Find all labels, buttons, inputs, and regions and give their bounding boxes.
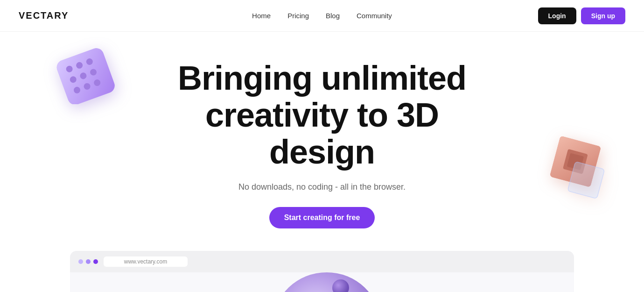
hero-subtitle: No downloads, no coding - all in the bro… xyxy=(19,182,625,192)
browser-mockup: www.vectary.com xyxy=(70,251,574,292)
pink-square-decoration xyxy=(546,135,607,195)
login-button[interactable]: Login xyxy=(538,7,576,24)
browser-dots xyxy=(78,259,98,264)
sphere-3d xyxy=(271,272,383,292)
browser-url: www.vectary.com xyxy=(104,256,188,267)
nav-home[interactable]: Home xyxy=(252,12,271,20)
nav-links: Home Pricing Blog Community xyxy=(252,12,392,20)
hero-title: Bringing unlimited creativity to 3D desi… xyxy=(159,60,485,171)
cta-button[interactable]: Start creating for free xyxy=(269,207,375,228)
navbar: VECTARY Home Pricing Blog Community Logi… xyxy=(0,0,644,32)
waffle-decoration xyxy=(56,46,112,100)
signup-button[interactable]: Sign up xyxy=(581,7,625,24)
browser-bar: www.vectary.com xyxy=(70,251,574,272)
nav-community[interactable]: Community xyxy=(357,12,392,20)
hero-section: Bringing unlimited creativity to 3D desi… xyxy=(0,32,644,292)
svg-point-16 xyxy=(273,272,380,292)
nav-blog[interactable]: Blog xyxy=(326,12,340,20)
dot-2 xyxy=(86,259,91,264)
navbar-actions: Login Sign up xyxy=(538,7,625,24)
browser-content xyxy=(70,272,574,292)
logo[interactable]: VECTARY xyxy=(19,10,69,21)
nav-pricing[interactable]: Pricing xyxy=(287,12,309,20)
dot-1 xyxy=(78,259,83,264)
dot-3 xyxy=(93,259,98,264)
